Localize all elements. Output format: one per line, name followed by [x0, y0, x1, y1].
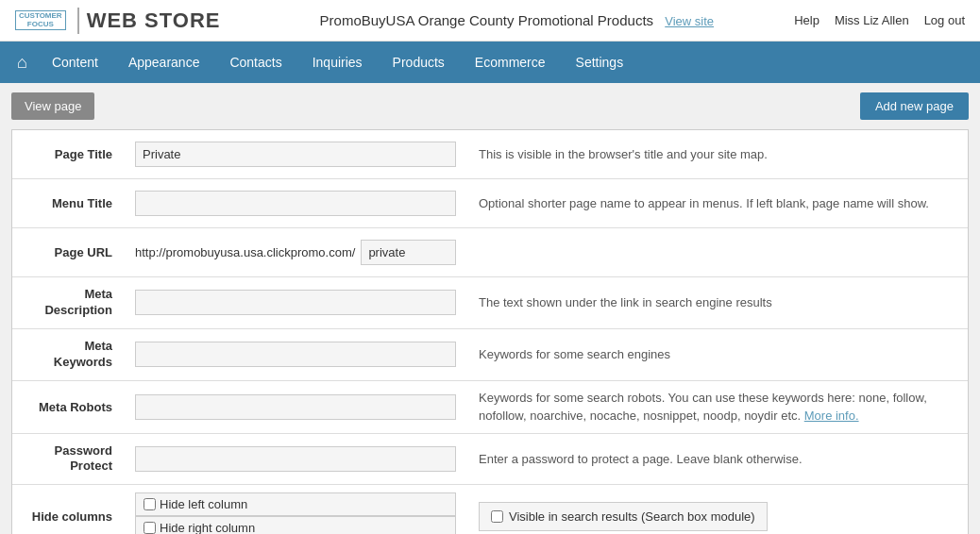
password-protect-input[interactable]	[135, 446, 456, 472]
visible-search-checkbox[interactable]	[491, 510, 503, 523]
hide-columns-label: Hide columns	[12, 500, 126, 533]
visible-search-area: Visible in search results (Search box mo…	[479, 502, 955, 532]
page-url-input-area: http://promobuyusa.usa.clickpromo.com/	[126, 232, 465, 273]
logo-divider	[77, 8, 79, 34]
meta-robots-row: Meta Robots Keywords for some search rob…	[12, 381, 968, 434]
nav-item-contacts[interactable]: Contacts	[214, 45, 296, 79]
page-title-input[interactable]	[135, 142, 456, 167]
hide-columns-row: Hide columns Hide left column Hide right…	[12, 485, 968, 534]
top-right-nav: Help Miss Liz Allen Log out	[794, 13, 965, 27]
hide-left-column-checkbox[interactable]	[144, 498, 156, 510]
password-protect-description: Enter a password to protect a page. Leav…	[465, 442, 968, 476]
page-title-row: Page Title This is visible in the browse…	[12, 130, 968, 179]
meta-keywords-label: MetaKeywords	[12, 329, 126, 380]
meta-robots-input[interactable]	[135, 394, 456, 420]
logo-webstore: WEB STORE	[87, 8, 221, 33]
hide-right-column-label[interactable]: Hide right column	[135, 516, 456, 534]
password-protect-label: PasswordProtect	[12, 434, 126, 485]
meta-robots-description: Keywords for some search robots. You can…	[465, 381, 968, 433]
meta-keywords-description: Keywords for some search engines	[465, 338, 968, 372]
hide-columns-description: Visible in search results (Search box mo…	[465, 494, 968, 534]
meta-description-input-area	[126, 282, 465, 323]
password-protect-row: PasswordProtect Enter a password to prot…	[12, 434, 968, 486]
meta-description-label: MetaDescription	[12, 277, 126, 328]
meta-robots-more-info-link[interactable]: More info.	[804, 409, 859, 423]
meta-description-row: MetaDescription The text shown under the…	[12, 277, 968, 329]
nav-item-content[interactable]: Content	[37, 45, 113, 79]
page-title-label: Page Title	[12, 138, 126, 171]
meta-description-description: The text shown under the link in search …	[465, 286, 968, 320]
menu-title-input-area	[126, 183, 465, 224]
meta-keywords-input[interactable]	[135, 342, 456, 367]
nav-item-appearance[interactable]: Appearance	[113, 45, 215, 79]
meta-keywords-row: MetaKeywords Keywords for some search en…	[12, 329, 968, 381]
menu-title-row: Menu Title Optional shorter page name to…	[12, 179, 968, 228]
meta-robots-label: Meta Robots	[12, 391, 126, 424]
logo: CUSTOMERFOCUS WEB STORE	[15, 8, 220, 34]
nav-item-inquiries[interactable]: Inquiries	[297, 45, 378, 79]
page-title-input-area	[126, 134, 465, 175]
action-bar: View page Add new page	[0, 83, 980, 129]
menu-title-description: Optional shorter page name to appear in …	[465, 187, 968, 221]
visible-search-text: Visible in search results (Search box mo…	[509, 508, 755, 526]
hide-columns-input-area: Hide left column Hide right column	[126, 485, 465, 534]
meta-robots-input-area	[126, 387, 465, 427]
logout-link[interactable]: Log out	[924, 13, 965, 27]
page-url-label: Page URL	[12, 236, 126, 269]
page-url-row: Page URL http://promobuyusa.usa.clickpro…	[12, 228, 968, 277]
home-icon[interactable]: ⌂	[8, 47, 37, 78]
hide-right-column-checkbox[interactable]	[144, 522, 156, 534]
visible-search-label[interactable]: Visible in search results (Search box mo…	[479, 502, 768, 532]
user-name: Miss Liz Allen	[835, 13, 909, 27]
hide-right-column-text: Hide right column	[160, 521, 255, 534]
meta-robots-desc-text: Keywords for some search robots. You can…	[479, 391, 927, 424]
hide-left-column-text: Hide left column	[160, 497, 247, 511]
url-base-text: http://promobuyusa.usa.clickpromo.com/	[135, 245, 355, 259]
url-slug-input[interactable]	[361, 240, 456, 265]
view-page-button[interactable]: View page	[11, 92, 94, 120]
menu-title-input[interactable]	[135, 191, 456, 216]
hide-left-column-label[interactable]: Hide left column	[135, 492, 456, 516]
site-title-text: PromoBuyUSA Orange County Promotional Pr…	[320, 12, 654, 28]
meta-description-input[interactable]	[135, 290, 456, 315]
help-link[interactable]: Help	[794, 13, 819, 27]
meta-keywords-input-area	[126, 334, 465, 375]
form-container: Page Title This is visible in the browse…	[11, 129, 969, 534]
view-site-link[interactable]: View site	[665, 14, 714, 28]
page-title-description: This is visible in the browser's title a…	[465, 138, 968, 172]
site-title: PromoBuyUSA Orange County Promotional Pr…	[239, 12, 794, 28]
add-new-page-button[interactable]: Add new page	[860, 92, 969, 120]
nav-item-products[interactable]: Products	[378, 45, 460, 79]
nav-item-ecommerce[interactable]: Ecommerce	[460, 45, 561, 79]
nav-item-settings[interactable]: Settings	[561, 45, 639, 79]
page-url-description	[465, 245, 968, 260]
top-bar: CUSTOMERFOCUS WEB STORE PromoBuyUSA Oran…	[0, 0, 980, 42]
nav-bar: ⌂ Content Appearance Contacts Inquiries …	[0, 42, 980, 83]
password-protect-input-area	[126, 439, 465, 479]
logo-customer-focus: CUSTOMERFOCUS	[15, 10, 66, 31]
menu-title-label: Menu Title	[12, 187, 126, 220]
